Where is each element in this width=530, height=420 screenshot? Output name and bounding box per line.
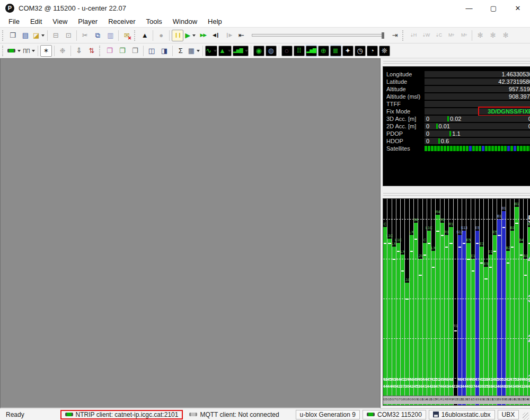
- toolbar-grip[interactable]: [2, 46, 4, 56]
- chart-bar-column: B44441B23: [519, 199, 523, 405]
- chart-view-dropdown-icon[interactable]: [214, 50, 217, 52]
- histogram-view-button[interactable]: ▂▅▇: [233, 46, 249, 56]
- maximize-button[interactable]: ▢: [481, 0, 506, 16]
- clock-view-button[interactable]: ◷: [355, 46, 366, 56]
- satellite-indicator-bar: [463, 146, 465, 151]
- chart-bar: [431, 251, 435, 406]
- menu-item-help[interactable]: Help: [202, 16, 227, 27]
- print-preview-button[interactable]: ⊡: [63, 30, 74, 41]
- open-file-dropdown-icon[interactable]: [41, 34, 45, 37]
- meter-tick: [436, 124, 438, 129]
- toolbar-grip[interactable]: [402, 30, 404, 41]
- dock-layout-right-button[interactable]: ◨: [158, 45, 170, 57]
- minimize-button[interactable]: —: [457, 0, 481, 16]
- step-back-button[interactable]: ◀❙: [210, 30, 222, 41]
- satellite-indicator-bar: [469, 146, 472, 151]
- histogram-view-dropdown-icon[interactable]: [245, 50, 248, 52]
- print-button[interactable]: ⊟: [50, 30, 61, 41]
- chart-secondary-tick: [463, 243, 465, 244]
- satellite-indicator-bars: [425, 146, 530, 151]
- eject-button[interactable]: ▲: [139, 30, 151, 41]
- toolbar-separator: [279, 46, 279, 56]
- log-marker-add-button[interactable]: M+: [445, 30, 457, 41]
- step-forward-icon: ❙▶: [225, 33, 232, 38]
- fast-forward-button[interactable]: ▶▶: [197, 30, 209, 41]
- new-file-button[interactable]: ❒: [7, 30, 19, 41]
- signal-strength-view-button[interactable]: ▂▅▇: [306, 46, 317, 56]
- autobaud-wand-button[interactable]: ✶: [40, 45, 52, 57]
- playback-progress-slider[interactable]: [252, 34, 384, 37]
- messages-table-view-button[interactable]: ≣: [330, 46, 341, 56]
- stop-messages-button[interactable]: ✉✕: [121, 30, 132, 41]
- play-dropdown-icon[interactable]: [192, 34, 196, 37]
- menu-item-edit[interactable]: Edit: [25, 16, 47, 27]
- connect-port-dropdown-icon[interactable]: [17, 50, 21, 52]
- settings-receiver-button[interactable]: ✻: [487, 30, 499, 41]
- toolbar-grip[interactable]: [99, 46, 101, 56]
- debug-messages-button[interactable]: ❉: [57, 45, 68, 57]
- save-file-button[interactable]: ▤: [20, 30, 31, 41]
- new-packet-console-button[interactable]: ❐: [104, 45, 116, 57]
- statusbar-text: u-blox Generation 9: [300, 411, 356, 418]
- step-forward-button[interactable]: ❙▶: [223, 30, 234, 41]
- chart-area-view-dropdown-icon[interactable]: [228, 50, 231, 52]
- chart-panel-grip[interactable]: ✕: [383, 191, 530, 197]
- cut-button[interactable]: ✂: [79, 30, 91, 41]
- menu-item-view[interactable]: View: [47, 16, 73, 27]
- jump-to-end-button[interactable]: ⇥: [389, 30, 401, 41]
- new-text-console-button[interactable]: ❐: [129, 45, 141, 57]
- dock-layout-left-icon: ◫: [148, 47, 155, 54]
- status-bar: ReadyNTRIP client: catnet-ip.icgc.cat:21…: [0, 408, 530, 420]
- chart-secondary-tick: [436, 231, 439, 232]
- pause-button[interactable]: ❙❙: [172, 30, 183, 41]
- resize-grip[interactable]: [523, 413, 529, 420]
- grip-handle: [383, 193, 530, 196]
- warm-start-button[interactable]: ⇣W: [420, 30, 431, 41]
- menu-item-window[interactable]: Window: [167, 16, 202, 27]
- connect-port-button[interactable]: [7, 45, 21, 57]
- log-marker-add-2-button[interactable]: M+: [458, 30, 470, 41]
- chart-area-view-button[interactable]: ▲: [218, 46, 232, 56]
- watch-view-button[interactable]: ◔: [367, 46, 378, 56]
- hot-start-button[interactable]: ⇣H: [407, 30, 419, 41]
- camera-view-button[interactable]: ◉: [253, 46, 264, 56]
- toolbar-separator: [202, 46, 203, 56]
- open-file-icon: ◪: [33, 32, 39, 39]
- chart-secondary-tick: [484, 278, 487, 279]
- paste-button[interactable]: ▥: [104, 30, 116, 41]
- sky-view-button[interactable]: ◍: [266, 46, 277, 56]
- deviation-map-button[interactable]: ◌: [281, 46, 293, 56]
- menu-item-tools[interactable]: Tools: [140, 16, 167, 27]
- jump-to-start-button[interactable]: ⇤: [235, 30, 247, 41]
- close-button[interactable]: ✕: [506, 0, 530, 16]
- menu-item-receiver[interactable]: Receiver: [103, 16, 140, 27]
- cold-start-button[interactable]: ⇣C: [432, 30, 444, 41]
- toolbar-grip[interactable]: [2, 30, 4, 41]
- message-filter-button[interactable]: ⇅: [86, 45, 98, 57]
- world-map-button[interactable]: ⊕: [318, 46, 329, 56]
- chart-signal-label: B1: [508, 226, 516, 230]
- menu-item-file[interactable]: File: [3, 16, 25, 27]
- open-file-button[interactable]: ◪: [32, 30, 45, 41]
- baudrate-button[interactable]: ∏∏: [22, 45, 36, 57]
- toolbar-grip[interactable]: [134, 30, 136, 41]
- constellation-view-button[interactable]: ❊: [379, 46, 390, 56]
- baudrate-dropdown-icon[interactable]: [32, 50, 35, 52]
- new-binary-console-button[interactable]: ❐: [117, 45, 128, 57]
- play-button[interactable]: ▶: [184, 30, 196, 41]
- table-view-dropdown-icon[interactable]: [197, 50, 200, 52]
- statistics-view-button[interactable]: Σ: [175, 45, 187, 57]
- copy-button[interactable]: ⧉: [92, 30, 103, 41]
- menu-item-player[interactable]: Player: [73, 16, 103, 27]
- chart-view-button[interactable]: ∿: [205, 46, 217, 56]
- settings-tools-button[interactable]: ✻: [500, 30, 511, 41]
- dock-layout-left-button[interactable]: ◫: [146, 45, 157, 57]
- settings-gnss-button[interactable]: ✻: [474, 30, 486, 41]
- record-button[interactable]: ●: [155, 30, 167, 41]
- info-panel-grip[interactable]: ✕: [383, 59, 530, 65]
- ground-track-map-button[interactable]: ⠿: [294, 46, 305, 56]
- firmware-update-button[interactable]: ⇩: [73, 45, 85, 57]
- table-view-button[interactable]: ▦: [188, 45, 200, 57]
- compass-view-button[interactable]: ✦: [342, 46, 354, 56]
- playback-progress-handle[interactable]: [382, 32, 384, 39]
